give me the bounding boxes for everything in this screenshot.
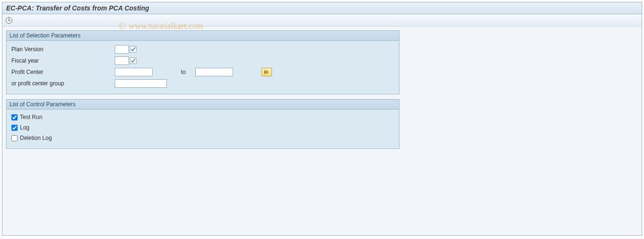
to-label: to [181, 69, 186, 75]
selection-group-title: List of Selection Parameters [7, 31, 399, 41]
test-run-checkbox[interactable] [11, 114, 18, 120]
control-group-title: List of Control Parameters [7, 100, 399, 110]
profit-center-label: Profit Center [10, 69, 115, 75]
deletion-log-row: Deletion Log [10, 133, 395, 143]
fiscal-year-input[interactable] [115, 56, 129, 65]
selection-parameters-group: List of Selection Parameters Plan Versio… [6, 30, 399, 94]
required-marker-icon [130, 46, 136, 53]
plan-version-input[interactable] [115, 45, 129, 54]
deletion-log-checkbox[interactable] [11, 135, 18, 141]
test-run-row: Test Run [10, 112, 395, 122]
log-checkbox[interactable] [11, 125, 18, 131]
fiscal-year-row: Fiscal year [10, 55, 395, 66]
log-row: Log [10, 123, 395, 132]
test-run-label: Test Run [20, 114, 42, 120]
page-title: EC-PCA: Transfer of Costs from PCA Costi… [2, 2, 642, 14]
profit-center-group-input[interactable] [115, 79, 167, 88]
svg-marker-9 [266, 70, 269, 74]
plan-version-label: Plan Version [10, 46, 115, 53]
profit-center-group-row: or profit center group [10, 78, 395, 89]
content-area: List of Selection Parameters Plan Versio… [2, 27, 642, 235]
deletion-log-label: Deletion Log [20, 135, 52, 141]
profit-center-row: Profit Center to [10, 66, 395, 77]
control-parameters-group: List of Control Parameters Test Run Log … [6, 99, 399, 149]
log-label: Log [20, 124, 29, 131]
fiscal-year-label: Fiscal year [10, 57, 115, 64]
toolbar [2, 14, 642, 27]
window: EC-PCA: Transfer of Costs from PCA Costi… [2, 2, 642, 236]
profit-center-group-label: or profit center group [10, 80, 115, 87]
execute-icon[interactable] [5, 17, 13, 24]
multiple-selection-button[interactable] [262, 68, 272, 76]
plan-version-row: Plan Version [10, 44, 395, 55]
required-marker-icon [130, 57, 136, 64]
profit-center-from-input[interactable] [115, 68, 153, 76]
profit-center-to-input[interactable] [195, 68, 233, 76]
